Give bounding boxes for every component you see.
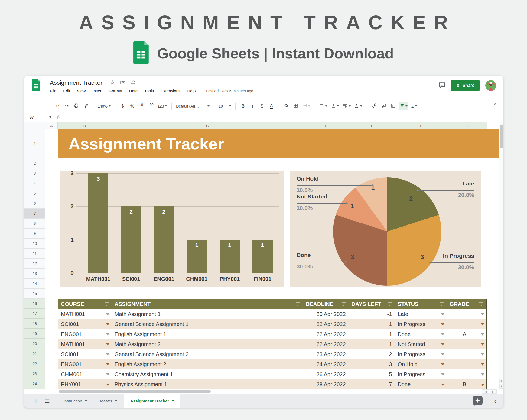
dropdown-icon[interactable] [106, 353, 109, 356]
insert-chart-button[interactable] [389, 102, 397, 110]
horizontal-scrollbar-thumb[interactable] [59, 390, 211, 393]
row-header-7[interactable]: 7 [24, 209, 45, 219]
row-header-2[interactable]: 2 [24, 158, 45, 168]
table-header-assignment[interactable]: ASSIGNMENT [112, 299, 303, 309]
column-header-E[interactable]: E [349, 122, 395, 129]
course-cell[interactable]: ENG001 [58, 329, 112, 339]
table-header-status[interactable]: STATUS [395, 299, 447, 309]
days-left-cell[interactable]: 1 [349, 339, 395, 349]
row-header-10[interactable]: 10 [24, 239, 45, 249]
course-cell[interactable]: PHY001 [58, 379, 112, 389]
status-cell[interactable]: Done [395, 379, 447, 389]
dropdown-icon[interactable] [441, 333, 444, 336]
menu-edit[interactable]: Edit [63, 89, 70, 93]
font-size-button[interactable]: 10 [218, 102, 232, 110]
status-cell[interactable]: Done [395, 329, 447, 339]
menu-insert[interactable]: Insert [92, 89, 103, 93]
column-header-C[interactable]: C [112, 122, 303, 129]
zoom-button[interactable]: 140% [97, 102, 112, 110]
row-header-4[interactable]: 4 [24, 178, 45, 188]
dropdown-icon[interactable] [481, 353, 484, 356]
tab-master[interactable]: Master [93, 394, 124, 408]
bar-SCI001[interactable] [121, 206, 141, 273]
dropdown-icon[interactable] [106, 373, 109, 376]
print-button[interactable] [73, 102, 80, 110]
undo-button[interactable]: ↶ [54, 102, 61, 110]
assignment-cell[interactable]: General Science Assignment 1 [112, 319, 303, 329]
status-cell[interactable]: On Hold [395, 359, 447, 369]
decrease-decimal-places-button[interactable]: .0← [138, 102, 145, 110]
row-header-23[interactable]: 23 [24, 369, 45, 379]
table-header-course[interactable]: COURSE [58, 299, 112, 309]
status-cell[interactable]: Not Started [395, 339, 447, 349]
row-header-14[interactable]: 14 [24, 279, 45, 289]
column-header-F[interactable]: F [395, 122, 447, 129]
menu-view[interactable]: View [77, 89, 86, 93]
row-header-16[interactable]: 16 [24, 299, 45, 309]
dropdown-icon[interactable] [481, 363, 484, 366]
filter-funnel-icon[interactable] [105, 301, 109, 307]
grade-cell[interactable]: B [447, 379, 486, 389]
collapse-side-panel-icon[interactable]: ‹ [494, 398, 496, 404]
font-family-button[interactable]: Default (Ari… [175, 102, 210, 110]
scroll-up-icon[interactable]: ▲ [499, 379, 503, 383]
row-header-13[interactable]: 13 [24, 269, 45, 279]
assignment-cell[interactable]: General Science Assignment 2 [112, 349, 303, 359]
days-left-cell[interactable]: -1 [349, 309, 395, 319]
row-header-24[interactable]: 24 [24, 379, 45, 389]
menu-data[interactable]: Data [129, 89, 138, 93]
bold-button[interactable]: B [239, 102, 247, 110]
row-header-12[interactable]: 12 [24, 259, 45, 269]
table-header-grade[interactable]: GRADE [447, 299, 486, 309]
sheet-banner[interactable]: Assignment Tracker [58, 129, 499, 158]
dropdown-icon[interactable] [106, 384, 109, 386]
merge-cells-button[interactable] [301, 102, 311, 110]
deadline-cell[interactable]: 26 Apr 2022 [303, 369, 349, 379]
dropdown-icon[interactable] [481, 384, 484, 386]
days-left-cell[interactable]: 7 [349, 379, 395, 389]
course-cell[interactable]: SCI001 [58, 349, 112, 359]
text-color-button[interactable]: A [268, 102, 275, 110]
days-left-cell[interactable]: 2 [349, 349, 395, 359]
column-header-A[interactable]: A [45, 122, 58, 129]
days-left-cell[interactable]: 5 [349, 369, 395, 379]
scroll-right-icon[interactable]: ▶ [490, 389, 497, 394]
pie-chart[interactable]: 2Late20.0%3In Progress30.0%3Done30.0%1No… [290, 171, 481, 287]
row-header-8[interactable]: 8 [24, 219, 45, 229]
italic-button[interactable]: I [249, 102, 256, 110]
grade-cell[interactable] [447, 369, 486, 379]
star-icon[interactable]: ☆ [110, 80, 115, 86]
assignment-cell[interactable]: Chemistry Assignment 1 [112, 369, 303, 379]
status-cell[interactable]: In Progress [395, 369, 447, 379]
dropdown-icon[interactable] [441, 363, 444, 366]
fill-color-button[interactable] [282, 102, 290, 110]
column-header-G[interactable]: G [447, 122, 487, 129]
select-all-corner[interactable] [24, 122, 45, 129]
dropdown-icon[interactable] [481, 333, 484, 336]
filter-funnel-icon[interactable] [341, 301, 346, 307]
doc-sheets-logo-icon[interactable] [32, 79, 41, 92]
grade-cell[interactable]: A [447, 329, 486, 339]
row-header-17[interactable]: 17 [24, 309, 45, 319]
toolbar-collapse-icon[interactable] [493, 102, 497, 107]
menu-tools[interactable]: Tools [144, 89, 154, 93]
move-to-folder-icon[interactable] [120, 80, 125, 86]
dropdown-icon[interactable] [106, 343, 109, 346]
document-status-cloud-icon[interactable] [130, 80, 136, 86]
row-header-3[interactable]: 3 [24, 168, 45, 178]
scroll-left-icon[interactable]: ◀ [482, 389, 489, 394]
row-header-11[interactable]: 11 [24, 249, 45, 259]
horizontal-align-button[interactable] [318, 102, 328, 110]
name-box[interactable]: S7 [24, 115, 51, 119]
vertical-scrollbar-thumb[interactable] [500, 125, 503, 148]
row-header-18[interactable]: 18 [24, 319, 45, 329]
grade-cell[interactable] [447, 349, 486, 359]
table-header-days-left[interactable]: DAYS LEFT [349, 299, 395, 309]
share-button[interactable]: Share [451, 80, 480, 91]
deadline-cell[interactable]: 22 Apr 2022 [303, 319, 349, 329]
pie-circle[interactable] [333, 177, 441, 286]
course-cell[interactable]: MATH001 [58, 339, 112, 349]
course-cell[interactable]: MATH001 [58, 309, 112, 319]
row-header-20[interactable]: 20 [24, 339, 45, 349]
dropdown-icon[interactable] [441, 384, 444, 386]
